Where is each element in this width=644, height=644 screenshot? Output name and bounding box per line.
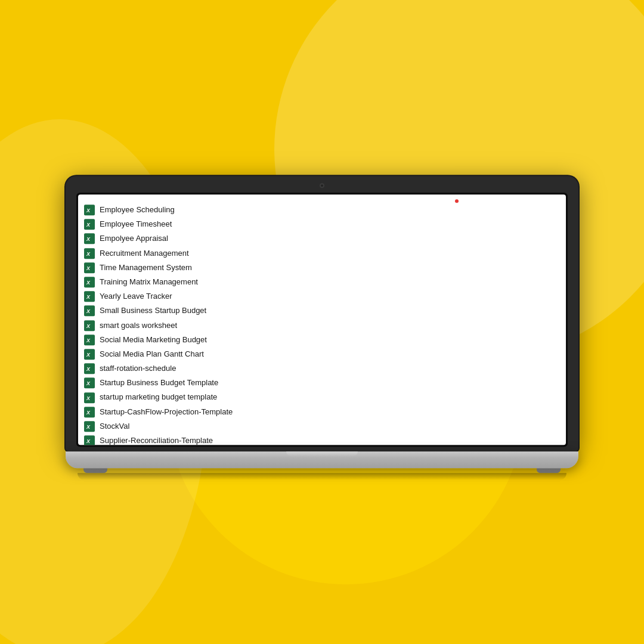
list-item[interactable]: Xstaff-rotation-schedule [84,361,558,376]
file-name: StockVal [100,421,129,432]
list-item[interactable]: XTime Management System [84,261,558,275]
excel-icon: X [84,349,95,360]
excel-icon: X [84,262,95,273]
excel-icon: X [84,277,95,287]
file-name: Startup-CashFlow-Projection-Template [100,407,233,417]
excel-icon: X [84,407,95,417]
excel-icon: X [84,363,95,374]
laptop-shadow [78,473,566,480]
laptop-body [66,451,578,468]
laptop: XEmployee SchedulingXEmployee TimesheetX… [66,176,578,480]
excel-icon: X [84,291,95,302]
file-name: Supplier-Reconciliation-Template [100,435,213,445]
list-item[interactable]: XRecruitment Management [84,246,558,261]
excel-icon: X [84,435,95,445]
list-item[interactable]: Xstartup marketing budget template [84,391,558,405]
file-name: Social Media Marketing Budget [100,335,207,345]
file-name: Recruitment Management [100,248,189,259]
excel-icon: X [84,234,95,244]
file-name: Empolyee Appraisal [100,234,168,244]
list-item[interactable]: XTraining Matrix Management [84,275,558,289]
list-item[interactable]: XYearly Leave Tracker [84,289,558,304]
list-item[interactable]: XSupplier-Reconciliation-Template [84,434,558,445]
hinge [286,451,358,456]
list-item[interactable]: Xsmart goals worksheet [84,318,558,333]
file-name: Social Media Plan Gantt Chart [100,349,204,360]
file-name: Employee Timesheet [100,219,172,230]
excel-icon: X [84,392,95,403]
red-dot-indicator [455,199,459,203]
file-name: startup marketing budget template [100,392,217,403]
file-list: XEmployee SchedulingXEmployee TimesheetX… [78,194,566,445]
list-item[interactable]: XEmployee Scheduling [84,203,558,217]
excel-icon: X [84,421,95,432]
file-name: staff-rotation-schedule [100,363,176,374]
laptop-lid: XEmployee SchedulingXEmployee TimesheetX… [66,176,578,451]
excel-icon: X [84,205,95,215]
list-item[interactable]: XSocial Media Plan Gantt Chart [84,347,558,361]
file-name: Yearly Leave Tracker [100,291,172,302]
list-item[interactable]: XSocial Media Marketing Budget [84,333,558,347]
excel-icon: X [84,320,95,331]
excel-icon: X [84,306,95,317]
list-item[interactable]: XSmall Business Startup Budget [84,304,558,318]
list-item[interactable]: XStockVal [84,419,558,434]
file-name: Time Management System [100,262,192,273]
list-item[interactable]: XStartup Business Budget Template [84,376,558,390]
file-name: Training Matrix Management [100,277,198,287]
excel-icon: X [84,335,95,345]
screen-bezel: XEmployee SchedulingXEmployee TimesheetX… [76,193,568,447]
excel-icon: X [84,248,95,259]
file-name: smart goals worksheet [100,320,177,331]
list-item[interactable]: XEmpolyee Appraisal [84,232,558,246]
webcam [320,183,324,188]
file-name: Startup Business Budget Template [100,377,218,388]
file-name: Small Business Startup Budget [100,306,206,317]
file-name: Employee Scheduling [100,205,175,215]
list-item[interactable]: XEmployee Timesheet [84,217,558,231]
excel-icon: X [84,219,95,230]
list-item[interactable]: XStartup-CashFlow-Projection-Template [84,405,558,419]
excel-icon: X [84,378,95,389]
screen: XEmployee SchedulingXEmployee TimesheetX… [78,194,566,445]
